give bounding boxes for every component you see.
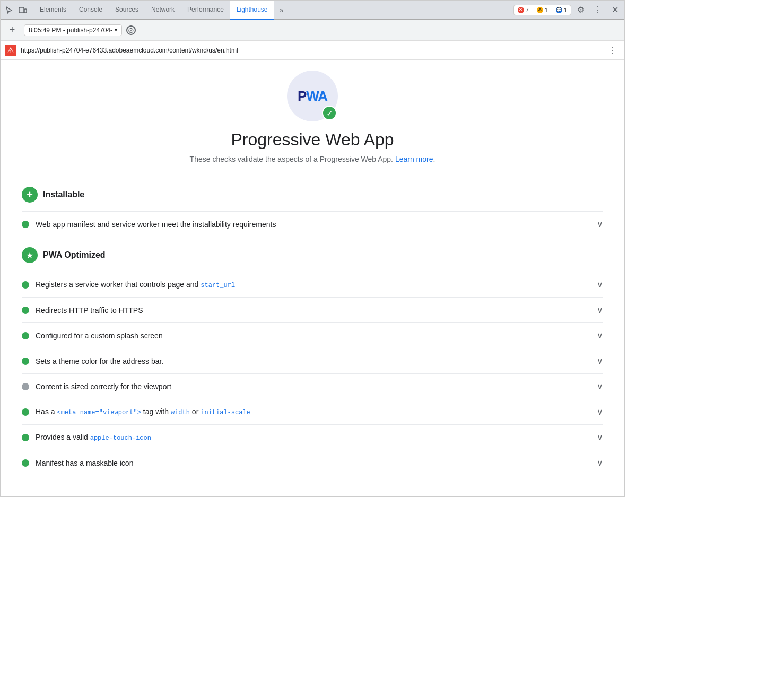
tab-bar-icons xyxy=(3,4,29,16)
audit-text-maskable-icon: Manifest has a maskable icon xyxy=(36,459,590,467)
audit-item-meta-viewport[interactable]: Has a <meta name="viewport"> tag with wi… xyxy=(22,399,603,424)
status-dot-green xyxy=(22,332,29,339)
cursor-icon[interactable] xyxy=(3,4,15,16)
chevron-down-icon: ∨ xyxy=(597,330,603,341)
main-content: PWA ✓ Progressive Web App These checks v… xyxy=(1,60,624,496)
error-badge-yellow[interactable]: ⚠ 1 xyxy=(533,5,552,15)
more-menu-button[interactable]: ⋮ xyxy=(590,3,605,18)
error-icon-yellow: ⚠ xyxy=(537,7,543,13)
chevron-down-icon: ∨ xyxy=(597,305,603,315)
status-dot-gray xyxy=(22,383,29,390)
chevron-down-icon: ∨ xyxy=(597,219,603,229)
chevron-down-icon: ∨ xyxy=(597,407,603,417)
chevron-down-icon: ∨ xyxy=(597,432,603,442)
audit-text-meta-viewport: Has a <meta name="viewport"> tag with wi… xyxy=(36,407,590,416)
address-bar: + 8:05:49 PM - publish-p24704- ▾ ⊘ xyxy=(1,20,624,41)
audit-text-splash: Configured for a custom splash screen xyxy=(36,332,590,340)
settings-button[interactable]: ⚙ xyxy=(573,3,588,18)
error-icon-red: ✕ xyxy=(518,7,524,13)
audit-text-service-worker: Registers a service worker that controls… xyxy=(36,280,590,289)
pwa-optimized-title: PWA Optimized xyxy=(43,250,106,260)
chevron-down-icon: ∨ xyxy=(597,356,603,366)
pwa-icon-text: PWA xyxy=(298,88,327,104)
status-dot-green xyxy=(22,408,29,416)
pwa-check-badge: ✓ xyxy=(322,106,337,120)
learn-more-link[interactable]: Learn more xyxy=(395,155,433,163)
audit-text: Web app manifest and service worker meet… xyxy=(36,220,590,229)
installable-section-header: + Installable xyxy=(22,180,603,209)
tab-sources[interactable]: Sources xyxy=(109,1,145,20)
security-warning-icon xyxy=(5,45,16,56)
tab-bar: Elements Console Sources Network Perform… xyxy=(1,1,624,20)
installable-icon: + xyxy=(22,187,38,203)
audit-item-https[interactable]: Redirects HTTP traffic to HTTPS ∨ xyxy=(22,297,603,322)
status-dot-green xyxy=(22,434,29,441)
audit-item-maskable-icon[interactable]: Manifest has a maskable icon ∨ xyxy=(22,450,603,475)
error-icon-blue: 💬 xyxy=(556,7,562,13)
chevron-down-icon: ∨ xyxy=(597,381,603,391)
tab-lighthouse[interactable]: Lighthouse xyxy=(230,1,274,20)
chevron-down-icon: ∨ xyxy=(597,458,603,468)
audit-text-apple-touch: Provides a valid apple-touch-icon xyxy=(36,433,590,442)
pwa-icon-container: PWA ✓ xyxy=(22,71,603,121)
tab-network[interactable]: Network xyxy=(145,1,181,20)
audit-item-apple-touch[interactable]: Provides a valid apple-touch-icon ∨ xyxy=(22,424,603,450)
audit-item-installable-manifest[interactable]: Web app manifest and service worker meet… xyxy=(22,211,603,237)
page-title: Progressive Web App xyxy=(22,130,603,150)
no-entry-icon: ⊘ xyxy=(126,25,136,35)
error-badge-red[interactable]: ✕ 7 xyxy=(514,5,533,15)
status-dot-green xyxy=(22,221,29,228)
audit-item-viewport-size[interactable]: Content is sized correctly for the viewp… xyxy=(22,373,603,399)
svg-rect-1 xyxy=(24,9,27,13)
devtools-frame: Elements Console Sources Network Perform… xyxy=(0,0,625,497)
audit-text-theme: Sets a theme color for the address bar. xyxy=(36,357,590,365)
tab-bar-right: ✕ 7 ⚠ 1 💬 1 ⚙ ⋮ ✕ xyxy=(513,3,622,18)
url-more-button[interactable]: ⋮ xyxy=(605,43,620,58)
audit-text-viewport-size: Content is sized correctly for the viewp… xyxy=(36,382,590,391)
session-selector[interactable]: 8:05:49 PM - publish-p24704- ▾ xyxy=(24,24,122,36)
url-bar: https://publish-p24704-e76433.adobeaemcl… xyxy=(1,41,624,60)
pwa-optimized-icon: ★ xyxy=(22,247,38,263)
more-tabs-icon[interactable]: » xyxy=(275,4,288,16)
status-dot-green xyxy=(22,358,29,365)
audit-item-theme[interactable]: Sets a theme color for the address bar. … xyxy=(22,348,603,373)
chevron-down-icon: ∨ xyxy=(597,280,603,290)
url-text: https://publish-p24704-e76433.adobeaemcl… xyxy=(21,47,601,54)
tab-elements[interactable]: Elements xyxy=(33,1,73,20)
close-button[interactable]: ✕ xyxy=(607,3,622,18)
status-dot-green xyxy=(22,281,29,289)
error-badge-group[interactable]: ✕ 7 ⚠ 1 💬 1 xyxy=(513,5,571,15)
new-tab-button[interactable]: + xyxy=(5,23,20,38)
status-dot-green xyxy=(22,307,29,314)
audit-text-https: Redirects HTTP traffic to HTTPS xyxy=(36,306,590,315)
pwa-icon-circle: PWA ✓ xyxy=(287,71,338,121)
installable-title: Installable xyxy=(43,190,84,199)
audit-item-splash[interactable]: Configured for a custom splash screen ∨ xyxy=(22,322,603,348)
error-badge-blue[interactable]: 💬 1 xyxy=(552,5,571,15)
audit-item-service-worker[interactable]: Registers a service worker that controls… xyxy=(22,272,603,297)
tab-console[interactable]: Console xyxy=(73,1,109,20)
tab-performance[interactable]: Performance xyxy=(181,1,230,20)
device-toggle-icon[interactable] xyxy=(16,4,29,16)
status-dot-green xyxy=(22,459,29,467)
page-subtitle: These checks validate the aspects of a P… xyxy=(22,155,603,163)
pwa-optimized-section-header: ★ PWA Optimized xyxy=(22,241,603,269)
svg-rect-0 xyxy=(19,7,24,13)
